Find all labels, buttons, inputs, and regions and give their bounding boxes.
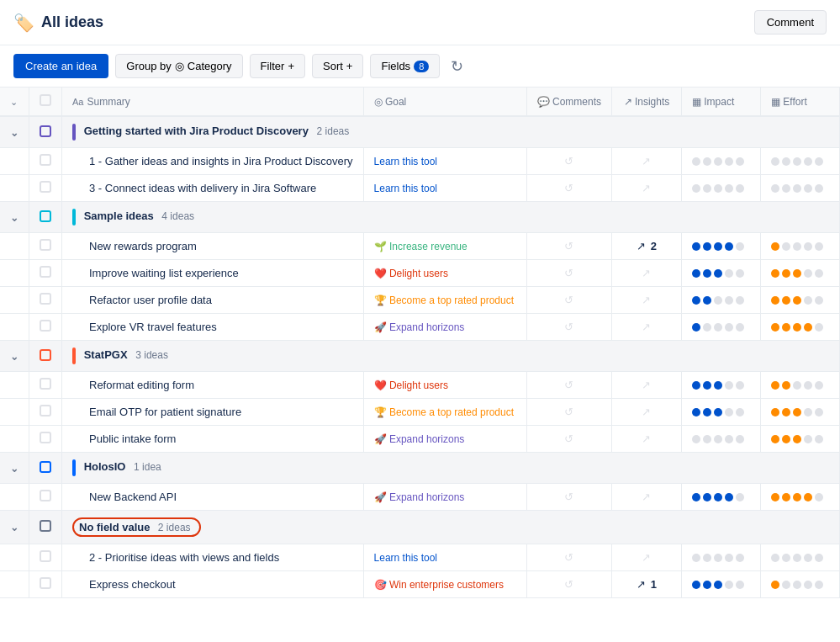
row-comments[interactable]: ↺ — [526, 287, 611, 314]
row-checkbox[interactable] — [29, 426, 62, 453]
row-goal[interactable]: 🏆 Become a top rated product — [363, 287, 526, 314]
row-effort[interactable] — [760, 544, 839, 571]
row-comments[interactable]: ↺ — [526, 571, 611, 598]
row-summary[interactable]: 3 - Connect ideas with delivery in Jira … — [62, 175, 364, 202]
goal-link[interactable]: 🎯 Win enterprise customers — [374, 579, 516, 591]
row-insights[interactable]: ↗ — [612, 148, 682, 175]
row-summary[interactable]: Explore VR travel features — [62, 314, 364, 341]
row-summary[interactable]: Reformat editing form — [62, 372, 364, 399]
row-impact[interactable] — [681, 571, 760, 598]
goal-link[interactable]: 🚀 Expand horizons — [374, 321, 516, 333]
row-comments[interactable]: ↺ — [526, 314, 611, 341]
row-impact[interactable] — [681, 484, 760, 511]
goal-link[interactable]: Learn this tool — [374, 183, 516, 194]
row-insights[interactable]: ↗ 2 — [612, 233, 682, 260]
goal-link[interactable]: 🏆 Become a top rated product — [374, 294, 516, 306]
row-goal[interactable]: 🚀 Expand horizons — [363, 484, 526, 511]
th-collapse[interactable]: ⌄ — [0, 88, 29, 116]
row-checkbox[interactable] — [29, 314, 62, 341]
row-goal[interactable]: 🎯 Win enterprise customers — [363, 571, 526, 598]
row-effort[interactable] — [760, 399, 839, 426]
sort-button[interactable]: Sort + — [312, 54, 363, 78]
row-summary[interactable]: Email OTP for patient signature — [62, 399, 364, 426]
row-summary[interactable]: 2 - Prioritise ideas with views and fiel… — [62, 544, 364, 571]
group-chevron[interactable]: ⌄ — [0, 511, 29, 544]
row-checkbox[interactable] — [29, 544, 62, 571]
goal-link[interactable]: 🚀 Expand horizons — [374, 491, 516, 503]
row-checkbox[interactable] — [29, 372, 62, 399]
row-goal[interactable]: Learn this tool — [363, 175, 526, 202]
row-impact[interactable] — [681, 399, 760, 426]
row-effort[interactable] — [760, 287, 839, 314]
goal-link[interactable]: 🌱 Increase revenue — [374, 241, 516, 252]
row-goal[interactable]: 🚀 Expand horizons — [363, 314, 526, 341]
goal-link[interactable]: Learn this tool — [374, 156, 516, 167]
create-idea-button[interactable]: Create an idea — [13, 54, 108, 78]
row-effort[interactable] — [760, 571, 839, 598]
row-comments[interactable]: ↺ — [526, 544, 611, 571]
row-comments[interactable]: ↺ — [526, 426, 611, 453]
filter-button[interactable]: Filter + — [250, 54, 305, 78]
th-checkbox[interactable] — [29, 88, 62, 116]
row-goal[interactable]: Learn this tool — [363, 148, 526, 175]
row-impact[interactable] — [681, 233, 760, 260]
goal-link[interactable]: Learn this tool — [374, 552, 516, 564]
row-summary[interactable]: New rewards program — [62, 233, 364, 260]
row-summary[interactable]: Public intake form — [62, 426, 364, 453]
row-goal[interactable]: Learn this tool — [363, 544, 526, 571]
group-chevron[interactable]: ⌄ — [0, 202, 29, 233]
row-impact[interactable] — [681, 372, 760, 399]
row-comments[interactable]: ↺ — [526, 484, 611, 511]
row-insights[interactable]: ↗ — [612, 399, 682, 426]
refresh-icon[interactable]: ↻ — [446, 56, 467, 77]
fields-button[interactable]: Fields 8 — [370, 54, 440, 78]
row-insights[interactable]: ↗ — [612, 314, 682, 341]
row-comments[interactable]: ↺ — [526, 260, 611, 287]
row-effort[interactable] — [760, 426, 839, 453]
row-impact[interactable] — [681, 314, 760, 341]
row-goal[interactable]: ❤️ Delight users — [363, 260, 526, 287]
row-effort[interactable] — [760, 260, 839, 287]
row-insights[interactable]: ↗ — [612, 484, 682, 511]
group-chevron[interactable]: ⌄ — [0, 116, 29, 148]
row-summary[interactable]: Improve waiting list experience — [62, 260, 364, 287]
row-impact[interactable] — [681, 148, 760, 175]
row-insights[interactable]: ↗ — [612, 287, 682, 314]
goal-link[interactable]: 🚀 Expand horizons — [374, 433, 516, 445]
row-comments[interactable]: ↺ — [526, 148, 611, 175]
row-checkbox[interactable] — [29, 233, 62, 260]
row-impact[interactable] — [681, 175, 760, 202]
comment-button[interactable]: Comment — [754, 10, 827, 34]
group-by-button[interactable]: Group by ◎ Category — [115, 54, 242, 78]
group-chevron[interactable]: ⌄ — [0, 453, 29, 484]
row-checkbox[interactable] — [29, 287, 62, 314]
row-effort[interactable] — [760, 148, 839, 175]
group-checkbox[interactable] — [29, 202, 62, 233]
row-impact[interactable] — [681, 287, 760, 314]
row-goal[interactable]: 🌱 Increase revenue — [363, 233, 526, 260]
group-checkbox[interactable] — [29, 511, 62, 544]
row-insights[interactable]: ↗ — [612, 544, 682, 571]
row-goal[interactable]: 🚀 Expand horizons — [363, 426, 526, 453]
row-goal[interactable]: ❤️ Delight users — [363, 372, 526, 399]
row-summary[interactable]: New Backend API — [62, 484, 364, 511]
group-chevron[interactable]: ⌄ — [0, 341, 29, 372]
row-impact[interactable] — [681, 544, 760, 571]
goal-link[interactable]: ❤️ Delight users — [374, 379, 516, 391]
row-insights[interactable]: ↗ — [612, 426, 682, 453]
row-comments[interactable]: ↺ — [526, 372, 611, 399]
row-impact[interactable] — [681, 260, 760, 287]
row-summary[interactable]: Express checkout — [62, 571, 364, 598]
group-checkbox[interactable] — [29, 116, 62, 148]
row-effort[interactable] — [760, 175, 839, 202]
group-checkbox[interactable] — [29, 453, 62, 484]
row-insights[interactable]: ↗ 1 — [612, 571, 682, 598]
group-checkbox[interactable] — [29, 341, 62, 372]
row-impact[interactable] — [681, 426, 760, 453]
row-insights[interactable]: ↗ — [612, 372, 682, 399]
row-checkbox[interactable] — [29, 175, 62, 202]
row-checkbox[interactable] — [29, 148, 62, 175]
row-checkbox[interactable] — [29, 399, 62, 426]
row-insights[interactable]: ↗ — [612, 175, 682, 202]
row-effort[interactable] — [760, 372, 839, 399]
